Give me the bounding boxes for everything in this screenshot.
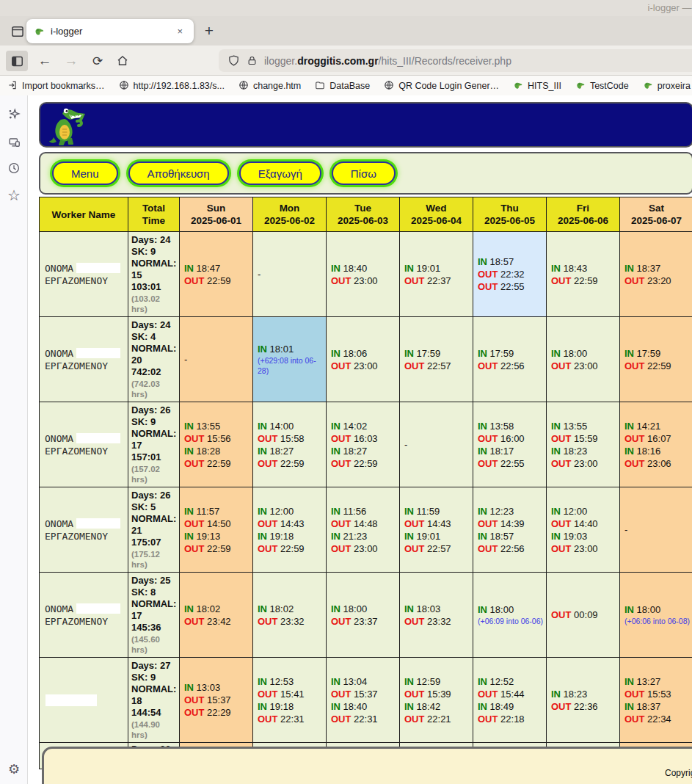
day-cell[interactable]: -: [180, 317, 253, 402]
total-time-cell: Days: 24SK: 4NORMAL: 20742:02(742.03 hrs…: [128, 317, 180, 402]
day-cell[interactable]: IN 18:01(+629:08 into 06-28): [253, 317, 327, 402]
back-icon[interactable]: ←: [34, 51, 56, 71]
day-cell[interactable]: IN 18:00(+06:09 into 06-06): [473, 573, 547, 658]
new-tab-button[interactable]: +: [200, 22, 219, 40]
reload-icon[interactable]: ⟳: [87, 51, 109, 71]
day-cell[interactable]: -: [253, 232, 327, 317]
day-cell[interactable]: IN 11:56OUT 14:48IN 21:23OUT 23:00: [327, 487, 400, 573]
day-cell[interactable]: IN 19:01OUT 22:37: [400, 232, 473, 317]
tab-title: i-logger: [51, 26, 167, 37]
day-cell[interactable]: IN 17:59OUT 22:59: [620, 317, 692, 402]
day-cell[interactable]: IN 12:00OUT 14:43IN 19:18OUT 22:59: [253, 487, 327, 573]
day-cell[interactable]: IN 18:00OUT 23:37: [327, 573, 400, 658]
day-cell[interactable]: IN 18:40OUT 23:00: [327, 232, 400, 317]
url-text[interactable]: ilogger.droggitis.com.gr/hits_III/Record…: [264, 55, 511, 67]
in-label: IN: [624, 446, 634, 457]
url-bar[interactable]: ilogger.droggitis.com.gr/hits_III/Record…: [219, 49, 692, 72]
app-button-αποθήκευση[interactable]: Αποθήκευση: [128, 161, 229, 185]
day-cell[interactable]: IN 18:00(+06:06 into 06-08): [620, 573, 692, 658]
app-header-banner: [39, 102, 692, 148]
ai-sparkle-icon[interactable]: [7, 107, 21, 122]
day-cell[interactable]: IN 17:59OUT 22:56: [473, 317, 547, 402]
total-time-cell: Days: 26SK: 5NORMAL: 21175:07(175.12 hrs…: [128, 487, 180, 573]
day-cell[interactable]: IN 18:02OUT 23:32: [253, 573, 327, 658]
bookmark-item[interactable]: QR Code Login Gener…: [384, 80, 499, 91]
forward-icon[interactable]: →: [60, 51, 82, 71]
name-redaction: [76, 348, 120, 358]
bookmark-item[interactable]: DataBase: [315, 80, 370, 91]
bookmarks-star-icon[interactable]: ☆: [7, 188, 21, 203]
day-cell[interactable]: IN 18:47OUT 22:59: [180, 232, 253, 317]
day-cell[interactable]: IN 11:59OUT 14:43IN 19:01OUT 22:57: [400, 487, 473, 573]
in-label: IN: [331, 531, 340, 542]
app-button-πίσω[interactable]: Πίσω: [332, 161, 396, 185]
column-header: Tue2025-06-03: [327, 197, 400, 232]
day-cell[interactable]: IN 14:00OUT 15:58IN 18:27OUT 22:59: [253, 402, 327, 487]
day-cell[interactable]: IN 13:04OUT 15:37IN 18:40OUT 22:31: [327, 658, 400, 743]
app-button-εξαγωγή[interactable]: Εξαγωγή: [239, 161, 321, 185]
in-label: IN: [184, 531, 194, 542]
day-cell[interactable]: IN 17:59OUT 22:57: [400, 317, 473, 402]
day-cell[interactable]: IN 18:00OUT 23:00: [547, 317, 620, 402]
out-label: OUT: [551, 458, 571, 469]
day-cell[interactable]: IN 13:58OUT 16:00IN 18:17OUT 22:55: [473, 402, 547, 487]
day-cell[interactable]: IN 18:03OUT 23:32: [400, 573, 473, 658]
day-cell[interactable]: IN 12:00OUT 14:40IN 19:03OUT 23:00: [547, 487, 620, 573]
app-button-menu[interactable]: Menu: [52, 161, 118, 185]
history-clock-icon[interactable]: [7, 161, 21, 175]
in-label: IN: [258, 506, 267, 517]
day-cell[interactable]: IN 18:57OUT 22:32OUT 22:55: [473, 232, 547, 317]
day-cell[interactable]: IN 11:57OUT 14:50IN 19:13OUT 22:59: [180, 487, 253, 573]
table-header-row: Worker NameTotalTimeSun2025-06-01Mon2025…: [40, 197, 692, 232]
tab-close-icon[interactable]: ×: [173, 24, 186, 38]
settings-gear-icon[interactable]: ⚙: [7, 762, 21, 777]
day-cell[interactable]: IN 14:21OUT 16:07IN 18:16OUT 23:06: [620, 402, 692, 487]
tab-ilogger[interactable]: i-logger ×: [26, 19, 194, 43]
out-label: OUT: [331, 689, 351, 700]
firefox-view-icon[interactable]: [7, 21, 28, 42]
folder-icon: [315, 80, 326, 91]
day-cell[interactable]: IN 18:23OUT 22:36: [547, 658, 620, 743]
out-label: OUT: [551, 609, 571, 620]
day-cell[interactable]: IN 13:55OUT 15:56IN 18:28OUT 22:59: [180, 402, 253, 487]
day-cell[interactable]: IN 18:43OUT 22:59: [547, 232, 620, 317]
out-label: OUT: [551, 360, 571, 371]
crocodile-logo-icon: [46, 105, 92, 148]
out-label: OUT: [404, 518, 424, 529]
day-cell[interactable]: IN 18:06OUT 23:00: [327, 317, 400, 402]
lock-icon[interactable]: [247, 55, 258, 66]
bookmark-item[interactable]: change.htm: [238, 80, 301, 91]
day-cell[interactable]: IN 12:23OUT 14:39IN 18:57OUT 22:56: [473, 487, 547, 573]
in-label: IN: [478, 421, 487, 432]
day-cell[interactable]: IN 13:03OUT 15:37OUT 22:29: [180, 658, 253, 743]
day-cell[interactable]: IN 12:53OUT 15:41IN 19:18OUT 22:31: [253, 658, 327, 743]
bookmark-item[interactable]: HITS_III: [513, 80, 561, 91]
out-label: OUT: [404, 543, 424, 554]
day-cell[interactable]: -: [400, 402, 473, 487]
bookmark-item[interactable]: Import bookmarks…: [7, 80, 105, 91]
day-cell[interactable]: IN 13:55OUT 15:59IN 18:23OUT 23:00: [547, 402, 620, 487]
bookmark-item[interactable]: TestCode: [575, 80, 629, 91]
bookmark-item[interactable]: http://192.168.1.83/s...: [119, 80, 225, 91]
home-icon[interactable]: [112, 51, 134, 71]
in-label: IN: [331, 676, 340, 687]
name-redaction: [76, 433, 120, 443]
day-cell[interactable]: IN 13:27OUT 15:53IN 18:37OUT 22:34: [620, 658, 692, 743]
day-cell[interactable]: OUT 00:09: [547, 573, 620, 658]
in-label: IN: [184, 682, 194, 693]
synced-tabs-icon[interactable]: [7, 135, 21, 150]
in-label: IN: [551, 531, 561, 542]
day-cell[interactable]: IN 14:02OUT 16:03IN 18:27OUT 22:59: [327, 402, 400, 487]
day-cell[interactable]: IN 18:02OUT 23:42: [180, 573, 253, 658]
shield-icon[interactable]: [227, 54, 240, 67]
toolbar-panel: MenuΑποθήκευσηΕξαγωγήΠίσω: [39, 152, 692, 195]
day-cell[interactable]: IN 18:37OUT 23:20: [620, 232, 692, 317]
day-cell[interactable]: IN 12:52OUT 15:44IN 18:49OUT 22:18: [473, 658, 547, 743]
day-cell[interactable]: IN 12:59OUT 15:39IN 18:42OUT 22:21: [400, 658, 473, 743]
bookmark-item[interactable]: proxeira: [643, 80, 691, 91]
sidebar-toggle-icon[interactable]: [6, 51, 28, 71]
day-cell[interactable]: -: [620, 487, 692, 573]
in-label: IN: [404, 676, 414, 687]
bookmark-label: Import bookmarks…: [22, 81, 105, 91]
bookmark-label: proxeira: [658, 81, 691, 91]
